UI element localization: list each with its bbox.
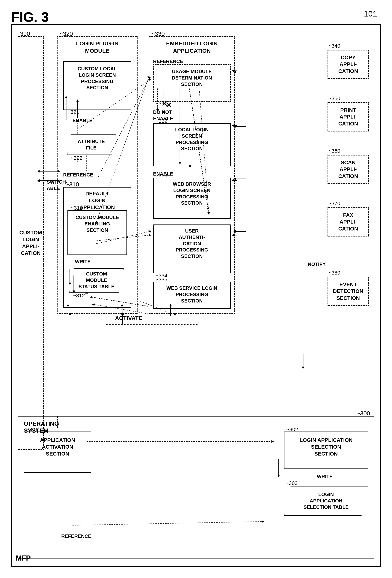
ref-301-label: ~301: [26, 427, 38, 433]
figure-label: FIG. 3: [11, 9, 49, 25]
svg-marker-46: [277, 475, 280, 477]
ref-330-label: ~330: [151, 30, 165, 37]
box-301: ~301 APPLICATIONACTIVATIONSECTION: [24, 432, 91, 473]
box-334-content: USERAUTHENTI-CATIONPROCESSINGSECTION: [154, 225, 230, 262]
activate-label: ACTIVATE: [115, 315, 142, 321]
box-302: ~302 LOGIN APPLICATIONSELECTIONSECTION: [284, 432, 368, 469]
main-container: MFP ✕: [11, 24, 381, 567]
box-330-title: EMBEDDED LOGINAPPLICATION: [149, 37, 234, 55]
box-310: ~310 DEFAULTLOGINAPPLICATION ~311 CUSTOM…: [63, 187, 131, 308]
ref-303-label: ~303: [286, 480, 298, 486]
box-321: ~321 CUSTOM LOCALLOGIN SCREENPROCESSINGS…: [63, 61, 131, 110]
box-311-content: CUSTOM MODULEENABLINGSECTION: [68, 211, 127, 237]
box-320-title: LOGIN PLUG-INMODULE: [57, 37, 137, 55]
box-312-content: CUSTOMMODULESTATUS TABLE: [79, 271, 115, 290]
reference-label-330: REFERENCE: [153, 58, 183, 64]
box-322-content: ATTRIBUTEFILE: [78, 138, 105, 151]
box-350: PRINTAPPLI-CATION: [328, 102, 369, 132]
ref-322-label: ~322: [71, 155, 83, 161]
box-330: ~330 EMBEDDED LOGINAPPLICATION REFERENCE…: [149, 36, 235, 314]
box-335: ~335 WEB SERVICE LOGINPROCESSINGSECTION: [153, 282, 231, 309]
box-360: SCANAPPLI-CATION: [328, 155, 369, 184]
box-390: 390 CUSTOMLOGINAPPLI-CATION: [18, 36, 44, 450]
svg-marker-42: [302, 367, 305, 369]
box-333: ~333 WEB BROWSERLOGIN SCREENPROCESSINGSE…: [153, 178, 231, 219]
box-331: ~331 USAGE MODULEDETERMINATIONSECTION: [153, 64, 231, 102]
ref-333-label: ~333: [156, 173, 167, 179]
ref-312-label: ~312: [73, 292, 85, 298]
box-301-content: APPLICATIONACTIVATIONSECTION: [24, 432, 91, 462]
page: FIG. 3 101 MFP: [0, 0, 392, 578]
ref-321-label: ~321: [67, 109, 79, 115]
box-334: ~334 USERAUTHENTI-CATIONPROCESSINGSECTIO…: [153, 225, 231, 273]
box-303: ~303 LOGINAPPLICATIONSELECTION TABLE: [284, 486, 368, 516]
box-340-wrapper: ~340 COPYAPPLI-CATION: [328, 44, 369, 88]
write-label-300: WRITE: [317, 474, 333, 480]
custom-module-status-shape: CUSTOMMODULESTATUS TABLE: [69, 268, 124, 292]
box-300: ~300 OPERATINGSYSTEM ~301 APPLICATIONACT…: [18, 416, 374, 559]
box-380: EVENTDETECTIONSECTION: [328, 277, 369, 306]
ref-335-label: ~335: [156, 277, 167, 283]
box-370: FAXAPPLI-CATION: [328, 207, 369, 237]
box-350-wrapper: ~350 PRINTAPPLI-CATION: [328, 96, 369, 141]
ref-320-label: ~320: [59, 30, 73, 37]
reference-label-320: REFERENCE: [63, 172, 93, 178]
svg-line-47: [73, 522, 262, 525]
ref-332-label: ~332: [156, 118, 167, 124]
attribute-file-shape: ATTRIBUTEFILE: [67, 135, 116, 155]
box-333-content: WEB BROWSERLOGIN SCREENPROCESSINGSECTION: [154, 178, 230, 209]
ref-302-label: ~302: [286, 427, 298, 433]
ref-310-label: ~310: [66, 181, 79, 188]
ref-300-label: ~300: [357, 410, 370, 417]
box-370-wrapper: ~370 FAXAPPLI-CATION: [328, 201, 369, 246]
box-321-content: CUSTOM LOCALLOGIN SCREENPROCESSINGSECTIO…: [64, 62, 131, 95]
enable-label-320: ENABLE: [73, 118, 92, 123]
ref-311-label: ~311: [71, 205, 83, 211]
box-332: ~332 LOCAL LOGINSCREENPROCESSINGSECTION: [153, 123, 231, 166]
box-322: ~322 ATTRIBUTEFILE: [67, 135, 116, 155]
ref-390-label: 390: [20, 30, 30, 37]
box-340: COPYAPPLI-CATION: [328, 50, 369, 79]
ref-101: 101: [364, 9, 377, 18]
box-380-wrapper: ~380 EVENTDETECTIONSECTION: [328, 271, 369, 306]
box-302-content: LOGIN APPLICATIONSELECTIONSECTION: [284, 432, 368, 462]
box-332-content: LOCAL LOGINSCREENPROCESSINGSECTION: [154, 124, 230, 155]
box-390-content: CUSTOMLOGINAPPLI-CATION: [19, 229, 42, 257]
write-label-310: WRITE: [75, 259, 91, 265]
ref-331-label: ~331: [156, 101, 167, 107]
box-312: ~312 CUSTOMMODULESTATUS TABLE: [69, 268, 124, 292]
reference-label-300: REFERENCE: [61, 533, 91, 539]
box-331-content: USAGE MODULEDETERMINATIONSECTION: [154, 65, 230, 91]
box-303-content: LOGINAPPLICATIONSELECTION TABLE: [304, 491, 349, 510]
box-311: ~311 CUSTOM MODULEENABLINGSECTION: [67, 210, 127, 255]
svg-marker-48: [262, 520, 264, 523]
box-320: ~320 LOGIN PLUG-INMODULE ~321 CUSTOM LOC…: [57, 36, 137, 314]
box-335-content: WEB SERVICE LOGINPROCESSINGSECTION: [154, 282, 230, 307]
notify-label: NOTIFY: [308, 261, 326, 267]
login-app-selection-table-shape: LOGINAPPLICATIONSELECTION TABLE: [284, 486, 368, 516]
box-360-wrapper: ~360 SCANAPPLI-CATION: [328, 149, 369, 193]
